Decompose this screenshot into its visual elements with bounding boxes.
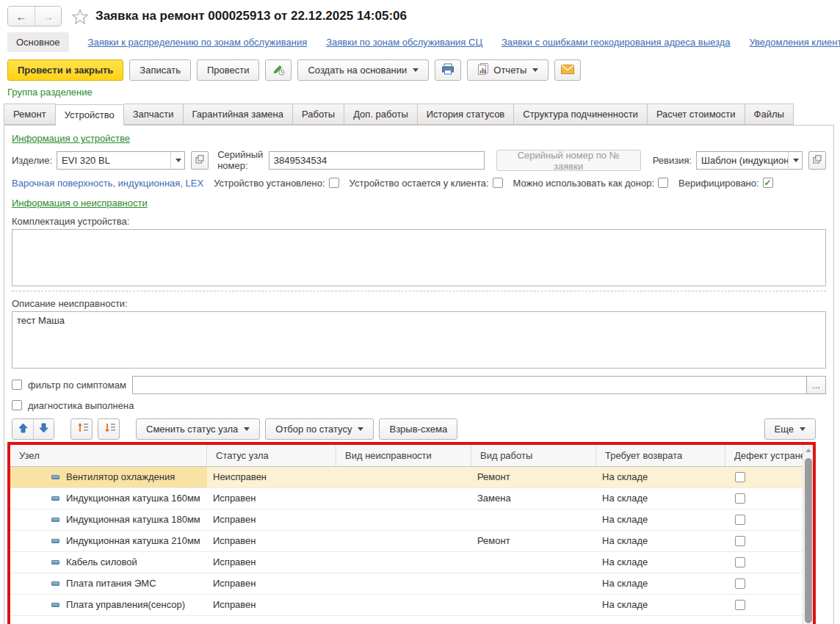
forward-button[interactable]: → (35, 7, 61, 26)
tab-spare-parts[interactable]: Запчасти (124, 104, 184, 125)
fault-type-cell[interactable] (336, 509, 471, 530)
product-combobox[interactable]: EVI 320 BL (57, 151, 185, 170)
nav-link-service-zones[interactable]: Заявки по зонам обслуживания СЦ (326, 37, 482, 48)
defect-fixed-cell[interactable] (725, 488, 813, 509)
explosion-diagram-button[interactable]: Взрыв-схема (379, 418, 457, 440)
symptom-filter-input[interactable] (133, 377, 806, 393)
diagnostics-done-checkbox[interactable] (12, 400, 22, 410)
textarea-resize-handle[interactable] (12, 291, 826, 291)
favorite-star-icon[interactable] (72, 9, 88, 24)
revision-open-button[interactable] (808, 151, 826, 170)
move-down-button[interactable] (33, 419, 54, 439)
donor-checkbox[interactable] (658, 178, 668, 188)
table-row[interactable]: Плата питания ЭМСИсправенНа складе (10, 573, 813, 595)
nav-link-distribution-zones[interactable]: Заявки к распределению по зонам обслужив… (88, 37, 308, 48)
return-required-cell[interactable]: На складе (596, 488, 725, 509)
post-deferred-button[interactable] (265, 59, 292, 81)
tab-works[interactable]: Работы (293, 104, 344, 125)
post-button[interactable]: Провести (197, 59, 260, 81)
create-based-on-button[interactable]: Создать на основании (297, 59, 429, 81)
scrollbar-thumb[interactable] (805, 458, 812, 623)
chevron-down-icon[interactable] (788, 152, 802, 169)
node-status-cell[interactable]: Неисправен (207, 467, 336, 487)
product-open-button[interactable] (191, 151, 209, 170)
fault-type-cell[interactable] (336, 573, 471, 594)
table-row[interactable]: Индукционная катушка 210ммИсправенРемонт… (10, 531, 813, 552)
fault-type-cell[interactable] (336, 552, 471, 573)
work-type-cell[interactable] (471, 552, 596, 573)
chevron-down-icon[interactable] (170, 152, 184, 169)
defect-fixed-cell[interactable] (725, 531, 813, 551)
change-node-status-button[interactable]: Сменить статус узла (136, 418, 260, 440)
work-type-cell[interactable] (471, 595, 596, 615)
device-info-section-link[interactable]: Информация о устройстве (12, 133, 130, 144)
more-button[interactable]: Еще (764, 418, 816, 440)
nav-link-client-notifications[interactable]: Уведомления клиентам о и (749, 37, 840, 48)
return-required-cell[interactable]: На складе (596, 531, 725, 551)
column-header-node[interactable]: Узел (10, 445, 207, 466)
node-cell[interactable]: Индукционная катушка 180мм (10, 509, 207, 530)
defect-fixed-checkbox[interactable] (735, 536, 745, 546)
column-header-work-type[interactable]: Вид работы (471, 445, 596, 466)
node-cell[interactable]: Индукционная катушка 160мм (10, 488, 207, 509)
table-row[interactable]: Вентилятор охлажденияНеисправенРемонтНа … (10, 467, 813, 488)
print-button[interactable] (435, 59, 461, 81)
tab-device[interactable]: Устройство (56, 104, 124, 126)
separation-group-link[interactable]: Группа разделение (0, 85, 93, 101)
defect-fixed-checkbox[interactable] (735, 472, 745, 482)
node-cell[interactable]: Кабель силовой (10, 552, 207, 573)
serial-number-input[interactable] (269, 151, 485, 170)
installed-checkbox[interactable] (329, 178, 339, 188)
device-type-link[interactable]: Варочная поверхность, индукционная, LEX (12, 178, 203, 189)
tab-files[interactable]: Файлы (745, 104, 794, 125)
node-status-cell[interactable]: Исправен (207, 531, 336, 551)
scroll-up-icon[interactable] (803, 445, 813, 456)
nav-tab-main[interactable]: Основное (7, 32, 69, 52)
defect-fixed-checkbox[interactable] (735, 515, 745, 525)
tab-status-history[interactable]: История статусов (418, 104, 515, 125)
tab-subordination-structure[interactable]: Структура подчиненности (514, 104, 648, 125)
fault-description-textarea[interactable]: тест Маша (12, 311, 826, 369)
stays-with-client-checkbox[interactable] (493, 178, 503, 188)
defect-fixed-cell[interactable] (725, 595, 813, 615)
return-required-cell[interactable]: На складе (596, 595, 725, 615)
column-header-return-required[interactable]: Требует возврата (596, 445, 725, 466)
tab-cost-calculation[interactable]: Расчет стоимости (648, 104, 745, 125)
work-type-cell[interactable]: Ремонт (471, 467, 596, 487)
node-status-cell[interactable]: Исправен (207, 509, 336, 530)
symptom-filter-checkbox[interactable] (12, 380, 22, 390)
equipment-textarea[interactable] (12, 229, 826, 286)
table-row[interactable]: Плата управления(сенсор)ИсправенНа склад… (10, 595, 813, 616)
work-type-cell[interactable] (471, 573, 596, 594)
move-up-button[interactable] (12, 419, 33, 439)
fault-type-cell[interactable] (336, 531, 471, 551)
tab-repair[interactable]: Ремонт (4, 104, 56, 125)
column-header-fault-type[interactable]: Вид неисправности (336, 445, 471, 466)
serial-by-request-button[interactable]: Серийный номер по № заявки (496, 150, 641, 171)
defect-fixed-checkbox[interactable] (735, 557, 745, 567)
defect-fixed-checkbox[interactable] (735, 578, 745, 589)
defect-fixed-checkbox[interactable] (735, 600, 745, 610)
work-type-cell[interactable]: Замена (471, 488, 596, 509)
node-cell[interactable]: Плата управления(сенсор) (10, 595, 207, 615)
work-type-cell[interactable]: Ремонт (471, 531, 596, 551)
back-button[interactable]: ← (8, 7, 35, 26)
table-row[interactable]: Кабель силовойИсправенНа складе (10, 552, 813, 573)
reports-button[interactable]: Отчеты (467, 59, 548, 81)
defect-fixed-checkbox[interactable] (735, 493, 745, 504)
node-cell[interactable]: Индукционная катушка 210мм (10, 531, 207, 551)
table-row[interactable]: Индукционная катушка 180ммИсправенНа скл… (10, 509, 813, 531)
node-status-cell[interactable]: Исправен (207, 552, 336, 573)
table-row[interactable]: Индукционная катушка 160ммИсправенЗамена… (10, 488, 813, 509)
column-header-defect-fixed[interactable]: Дефект устранен (725, 445, 813, 466)
work-type-cell[interactable] (471, 509, 596, 530)
fault-info-section-link[interactable]: Информация о неисправности (12, 197, 148, 208)
return-required-cell[interactable]: На складе (596, 573, 725, 594)
tab-additional-works[interactable]: Доп. работы (344, 104, 418, 125)
revision-combobox[interactable]: Шаблон (индукционная (696, 151, 803, 170)
write-button[interactable]: Записать (129, 59, 191, 81)
defect-fixed-cell[interactable] (725, 509, 813, 530)
vertical-scrollbar[interactable] (803, 445, 813, 624)
defect-fixed-cell[interactable] (725, 552, 813, 573)
return-required-cell[interactable]: На складе (596, 552, 725, 573)
